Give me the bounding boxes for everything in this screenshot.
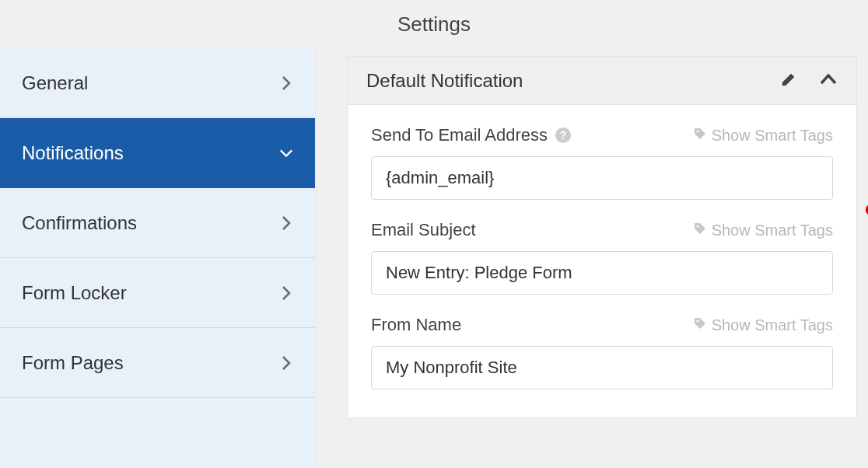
sidebar-item-label: Form Pages: [22, 352, 124, 374]
field-from-name: From Name Show Smart Tags: [371, 315, 833, 389]
chevron-right-icon: [279, 286, 293, 300]
sidebar-item-form-pages[interactable]: Form Pages: [0, 328, 315, 398]
edit-icon[interactable]: [780, 71, 797, 91]
svg-point-1: [696, 225, 698, 227]
field-send-to: Send To Email Address ? Show Smart Tags: [371, 125, 833, 200]
field-label-text: Email Subject: [371, 220, 476, 240]
sidebar-item-label: Notifications: [22, 142, 124, 164]
page-title: Settings: [0, 0, 868, 48]
show-smart-tags-link[interactable]: Show Smart Tags: [693, 127, 833, 145]
sidebar-item-label: Form Locker: [22, 282, 127, 304]
chevron-right-icon: [279, 356, 293, 370]
panel-header: Default Notification: [348, 57, 856, 105]
send-to-email-input[interactable]: [371, 156, 833, 200]
sidebar-item-label: Confirmations: [22, 212, 137, 234]
content-area: Default Notification Send To Email Addre…: [317, 48, 868, 468]
field-label-text: Send To Email Address: [371, 125, 548, 145]
smart-tags-label: Show Smart Tags: [712, 222, 833, 239]
chevron-down-icon: [279, 146, 293, 160]
sidebar-item-notifications[interactable]: Notifications: [0, 118, 315, 188]
sidebar-item-confirmations[interactable]: Confirmations: [0, 188, 315, 258]
field-email-subject: Email Subject Show Smart Tags: [371, 220, 833, 295]
notification-panel: Default Notification Send To Email Addre…: [347, 56, 857, 418]
from-name-input[interactable]: [371, 346, 833, 389]
panel-title: Default Notification: [366, 70, 780, 92]
chevron-right-icon: [279, 76, 293, 90]
smart-tags-label: Show Smart Tags: [712, 316, 833, 334]
settings-sidebar: General Notifications Confirmations Form…: [0, 48, 317, 468]
field-label-text: From Name: [371, 315, 461, 335]
tag-icon: [693, 222, 707, 239]
email-subject-input[interactable]: [371, 251, 833, 295]
sidebar-item-general[interactable]: General: [0, 48, 315, 118]
sidebar-item-form-locker[interactable]: Form Locker: [0, 258, 315, 328]
tag-icon: [693, 127, 707, 145]
show-smart-tags-link[interactable]: Show Smart Tags: [693, 316, 833, 334]
help-icon[interactable]: ?: [555, 127, 571, 143]
chevron-right-icon: [279, 216, 293, 230]
sidebar-item-label: General: [22, 72, 88, 94]
smart-tags-label: Show Smart Tags: [712, 127, 833, 145]
collapse-icon[interactable]: [819, 73, 838, 89]
svg-point-0: [696, 130, 698, 132]
svg-point-2: [696, 320, 698, 322]
tag-icon: [693, 316, 707, 334]
show-smart-tags-link[interactable]: Show Smart Tags: [693, 222, 833, 239]
